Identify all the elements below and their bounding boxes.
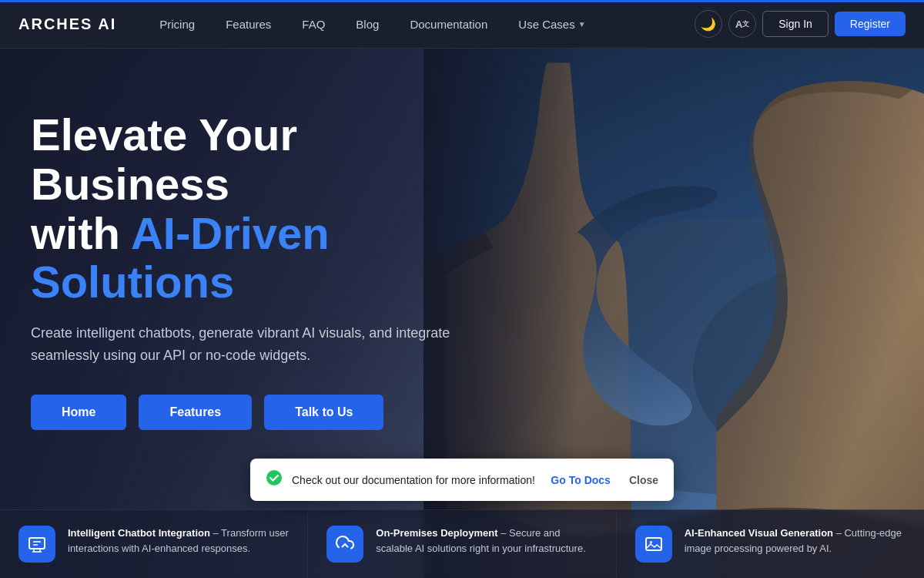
translate-button[interactable]: A文 — [728, 10, 756, 38]
features-row: Intelligent Chatbot Integration – Transf… — [0, 509, 924, 578]
features-button[interactable]: Features — [139, 395, 252, 430]
nav-links: Pricing Features FAQ Blog Documentation … — [147, 12, 695, 37]
chatbot-icon — [18, 526, 55, 563]
nav-link-faq[interactable]: FAQ — [290, 12, 337, 37]
register-button[interactable]: Register — [835, 12, 906, 36]
translate-icon: A — [735, 18, 742, 30]
svg-rect-9 — [646, 538, 661, 550]
deployment-feature-text: On-Premises Deployment – Secure and scal… — [376, 526, 597, 556]
navbar: ARCHES AI Pricing Features FAQ Blog Docu… — [0, 0, 924, 49]
feature-deployment: On-Premises Deployment – Secure and scal… — [308, 510, 616, 578]
svg-point-10 — [650, 541, 652, 543]
toast-message: Check out our documentation for more inf… — [292, 474, 541, 486]
nav-link-pricing[interactable]: Pricing — [147, 12, 207, 37]
visual-feature-text: AI-Enhanced Visual Generation – Cutting-… — [685, 526, 906, 556]
feature-visual: AI-Enhanced Visual Generation – Cutting-… — [617, 510, 924, 578]
feature-chatbot: Intelligent Chatbot Integration – Transf… — [0, 510, 308, 578]
deployment-icon — [326, 526, 363, 563]
hero-section: Elevate Your Business with AI-Driven Sol… — [0, 49, 924, 578]
toast-notification: Check out our documentation for more inf… — [250, 459, 674, 501]
chatbot-feature-text: Intelligent Chatbot Integration – Transf… — [68, 526, 289, 556]
talk-to-us-button[interactable]: Talk to Us — [264, 395, 383, 430]
hero-title: Elevate Your Business with AI-Driven Sol… — [31, 110, 493, 307]
logo[interactable]: ARCHES AI — [18, 15, 116, 33]
nav-link-use-cases[interactable]: Use Cases ▼ — [506, 12, 598, 37]
svg-point-11 — [266, 470, 282, 486]
svg-rect-4 — [29, 538, 45, 549]
dark-mode-button[interactable]: 🌙 — [695, 10, 722, 38]
toast-close-button[interactable]: Close — [629, 474, 658, 486]
hero-subtitle: Create intelligent chatbots, generate vi… — [31, 322, 493, 367]
hero-buttons: Home Features Talk to Us — [31, 395, 493, 430]
sign-in-button[interactable]: Sign In — [762, 11, 829, 37]
nav-link-features[interactable]: Features — [213, 12, 283, 37]
moon-icon: 🌙 — [701, 17, 716, 32]
nav-link-documentation[interactable]: Documentation — [397, 12, 500, 37]
home-button[interactable]: Home — [31, 395, 126, 430]
chevron-down-icon: ▼ — [578, 20, 586, 29]
toast-go-docs-button[interactable]: Go To Docs — [551, 474, 611, 486]
toast-check-icon — [266, 469, 283, 490]
hero-content: Elevate Your Business with AI-Driven Sol… — [0, 49, 524, 430]
visual-icon — [635, 526, 672, 563]
nav-link-blog[interactable]: Blog — [343, 12, 391, 37]
nav-right: 🌙 A文 Sign In Register — [695, 10, 906, 38]
progress-bar — [0, 0, 924, 2]
